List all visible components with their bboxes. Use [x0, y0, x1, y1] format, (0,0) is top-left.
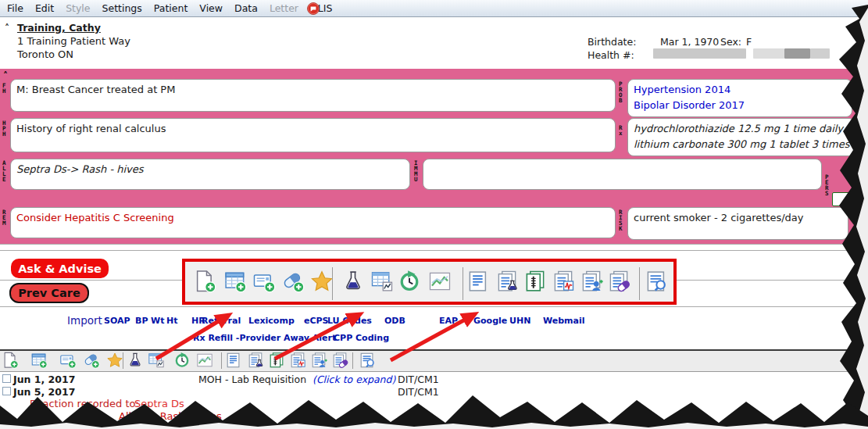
new-message-icon[interactable]: [252, 270, 276, 293]
history-clock-icon[interactable]: [173, 352, 191, 369]
toolbar-separator: [352, 352, 353, 369]
new-prescription-icon[interactable]: [281, 270, 305, 293]
quick-link-eap[interactable]: EAP: [439, 316, 458, 326]
cpp-box-alle[interactable]: Septra Ds-> Rash - hives: [10, 159, 410, 190]
quick-link-bp[interactable]: BP: [135, 316, 148, 326]
quick-link-rx-refill-provider-away-alert[interactable]: Rx Refill -Provider Away Alert: [193, 333, 336, 343]
favorite-star-icon[interactable]: [106, 352, 123, 369]
new-form-icon[interactable]: [30, 352, 48, 369]
cpp-label-fh: FH: [2, 83, 9, 94]
lab-report-icon[interactable]: [247, 352, 264, 369]
expand-link[interactable]: (Click to expand): [313, 374, 395, 385]
trend-graph-icon[interactable]: [428, 270, 452, 293]
document-description: MOH - Lab Requisition: [198, 374, 306, 385]
menu-style: Style: [66, 2, 90, 14]
history-clock-icon[interactable]: [398, 270, 421, 293]
quick-link-webmail[interactable]: Webmail: [543, 316, 585, 326]
cpp-line: M: Breast Cancer treated at PM: [16, 82, 609, 98]
search-documents-icon[interactable]: [645, 270, 668, 293]
new-document-icon[interactable]: [2, 352, 19, 369]
menu-patient[interactable]: Patient: [154, 2, 188, 14]
cpp-label-hph: HPH: [2, 120, 9, 137]
cpp-label-rem: REM: [2, 209, 9, 226]
menu-letter: Letter: [270, 2, 298, 14]
quick-link-uhn[interactable]: UHN: [509, 316, 530, 326]
cpp-box-rx[interactable]: hydrochlorothiazide 12.5 mg 1 time daily…: [627, 118, 855, 156]
patient-address-line1: 1 Training Patient Way: [17, 35, 130, 47]
cpp-box-pers[interactable]: [832, 192, 854, 206]
chat-bubble-icon[interactable]: [306, 2, 320, 16]
reaction-value: Septra Ds: [134, 398, 184, 409]
chevron-up-icon[interactable]: ˄: [5, 23, 9, 34]
menu-edit[interactable]: Edit: [35, 2, 54, 14]
quick-link-lu-codes[interactable]: LU Codes: [327, 316, 372, 326]
ecg-report-icon[interactable]: [289, 352, 306, 369]
cpp-box-rem[interactable]: Consider Hepatitis C Screening: [10, 207, 616, 238]
quick-link-lexicomp[interactable]: Lexicomp: [248, 316, 295, 326]
quick-links-bar: cean ImportSOAPBPWtHtHRReferralLexicompe…: [0, 307, 868, 349]
imaging-report-icon[interactable]: [523, 270, 547, 293]
imaging-report-icon[interactable]: [268, 352, 285, 369]
document-list: Jun 1, 2017MOH - Lab Requisition(Click t…: [0, 372, 868, 429]
birthdate-value: Mar 1, 1970: [660, 36, 719, 48]
consult-report-icon[interactable]: [310, 352, 327, 369]
medication-report-icon[interactable]: [331, 352, 348, 369]
search-documents-icon[interactable]: [359, 352, 376, 369]
menu-data[interactable]: Data: [234, 2, 258, 14]
new-prescription-icon[interactable]: [83, 352, 100, 369]
ecg-report-icon[interactable]: [552, 270, 575, 293]
partial-allergy-line: Allergy: Rash - hives: [119, 410, 222, 422]
cpp-line: current smoker - 2 cigarettes/day: [634, 210, 842, 226]
quick-link-referral[interactable]: Referral: [202, 316, 241, 326]
quick-link-soap[interactable]: SOAP: [104, 316, 130, 326]
new-form-icon[interactable]: [223, 270, 247, 293]
toolbar-separator: [639, 267, 640, 300]
cpp-line: Consider Hepatitis C Screening: [16, 210, 609, 226]
patient-name[interactable]: Training, Cathy: [17, 22, 101, 34]
cpp-box-fh[interactable]: M: Breast Cancer treated at PM: [10, 79, 616, 112]
quick-link-ecps[interactable]: eCPS: [304, 316, 329, 326]
quick-link-import[interactable]: Import: [67, 314, 102, 327]
toolbar-separator: [463, 267, 463, 300]
lab-flask-icon[interactable]: [341, 270, 365, 293]
cpp-line: History of right renal calculus: [16, 121, 609, 137]
new-message-icon[interactable]: [59, 352, 77, 369]
quick-link-wt[interactable]: Wt: [151, 316, 164, 326]
ask-advise-button[interactable]: Ask & Advise: [11, 259, 109, 278]
quick-link-google[interactable]: Google: [473, 316, 507, 326]
sex-value: F: [746, 36, 752, 48]
chevron-up-icon[interactable]: ˄: [3, 70, 8, 81]
quick-link-cpp-coding[interactable]: CPP Coding: [334, 333, 389, 343]
emr-window: FileEditStyleSettingsPatientViewDataLett…: [0, 0, 868, 429]
document-date[interactable]: Jun 5, 2017: [13, 386, 75, 398]
cpp-box-risk[interactable]: current smoker - 2 cigarettes/day: [627, 207, 848, 240]
toolbar-separator: [221, 352, 222, 369]
cpp-box-prob[interactable]: Hypertension 2014Bipolar Disorder 2017: [627, 79, 852, 117]
document-checkbox[interactable]: [2, 387, 11, 395]
favorite-star-icon[interactable]: [310, 270, 334, 293]
health-version-redacted: [753, 48, 784, 59]
cpp-box-immu[interactable]: [423, 159, 822, 190]
text-report-icon[interactable]: [466, 270, 490, 293]
medication-report-icon[interactable]: [607, 270, 630, 293]
cpp-box-hph[interactable]: History of right renal calculus: [10, 118, 616, 152]
lab-report-icon[interactable]: [495, 270, 519, 293]
document-checkbox[interactable]: [2, 374, 11, 383]
lab-table-icon[interactable]: [370, 270, 394, 293]
menu-view[interactable]: View: [199, 2, 223, 14]
quick-link-odb[interactable]: ODB: [384, 316, 405, 326]
text-report-icon[interactable]: [225, 352, 242, 369]
cpp-label-rx: Rx: [619, 125, 626, 136]
lab-flask-icon[interactable]: [127, 352, 144, 369]
new-document-icon[interactable]: [193, 270, 216, 293]
lab-table-icon[interactable]: [148, 352, 165, 369]
consult-report-icon[interactable]: [580, 270, 603, 293]
document-date[interactable]: Jun 1, 2017: [13, 374, 75, 385]
trend-graph-icon[interactable]: [196, 352, 213, 369]
quick-link-ht[interactable]: Ht: [166, 316, 177, 326]
cpp-line: Hypertension 2014: [634, 82, 846, 98]
prev-care-button[interactable]: Prev Care: [9, 283, 89, 303]
menu-file[interactable]: File: [7, 2, 23, 14]
menu-settings[interactable]: Settings: [102, 2, 142, 14]
cpp-line: Bipolar Disorder 2017: [634, 98, 846, 113]
